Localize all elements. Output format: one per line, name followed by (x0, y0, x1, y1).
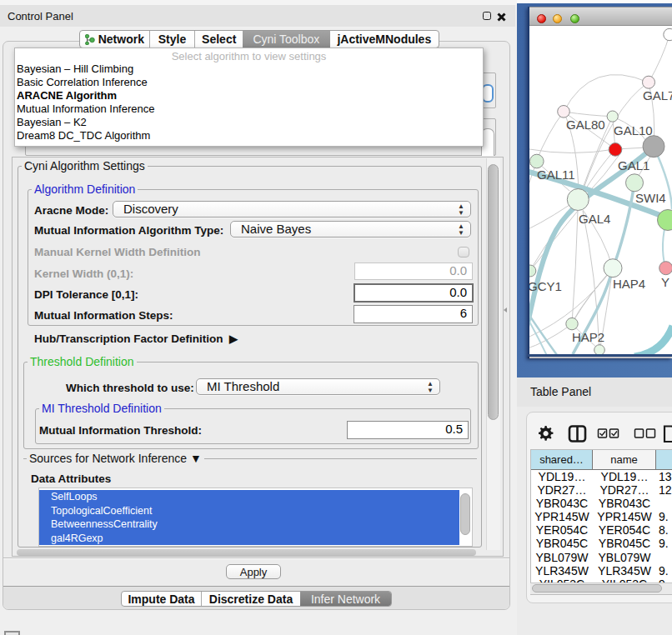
svg-text:GCY1: GCY1 (529, 279, 562, 293)
svg-text:Y: Y (661, 275, 669, 289)
svg-text:SWI4: SWI4 (635, 191, 666, 205)
svg-text:GAL7: GAL7 (643, 88, 672, 102)
svg-text:GAL4: GAL4 (579, 212, 610, 226)
svg-text:GAL1: GAL1 (618, 158, 649, 172)
svg-text:HAP4: HAP4 (613, 277, 645, 291)
svg-text:GAL80: GAL80 (566, 118, 605, 132)
svg-text:GAL10: GAL10 (614, 123, 653, 138)
svg-text:HAP2: HAP2 (572, 330, 604, 344)
svg-text:GAL11: GAL11 (537, 168, 575, 182)
